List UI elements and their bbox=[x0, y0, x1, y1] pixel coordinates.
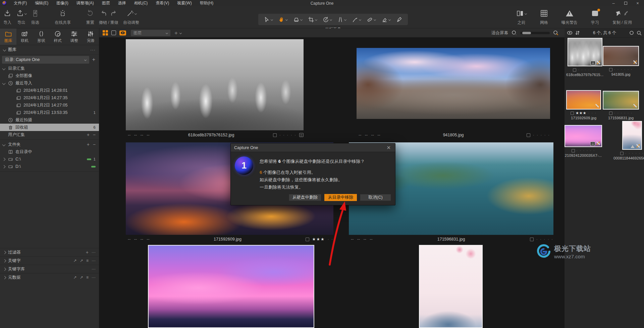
share-button[interactable]: 在线共享 bbox=[55, 8, 71, 25]
menu-view[interactable]: 查看(V) bbox=[152, 0, 173, 7]
menu-layer[interactable]: 图层 bbox=[98, 0, 114, 7]
menu-select[interactable]: 选择 bbox=[114, 0, 130, 7]
tree-item-import-session[interactable]: 2024年1月2日 13:53:35 1 bbox=[0, 109, 99, 116]
thumbnail-cell[interactable]: · · · · · · 2109241200035X7-... bbox=[565, 125, 602, 157]
minimize-button[interactable]: – bbox=[609, 1, 618, 6]
select-checkbox[interactable] bbox=[530, 238, 534, 241]
more-options-icon[interactable]: ··· bbox=[92, 258, 96, 263]
import-button[interactable]: 导入 bbox=[3, 8, 11, 25]
rating-stars[interactable]: ★★★ bbox=[576, 111, 587, 115]
grid-button[interactable]: 网格 bbox=[540, 8, 548, 25]
zoom-in-icon[interactable] bbox=[553, 30, 558, 36]
more-options-icon[interactable]: ··· bbox=[92, 275, 96, 280]
grid-photo-panorama[interactable] bbox=[357, 48, 550, 119]
add-collection-button[interactable]: + bbox=[87, 132, 90, 137]
select-checkbox[interactable] bbox=[609, 68, 612, 71]
thumb-harbor[interactable] bbox=[603, 91, 639, 110]
tab-adjust[interactable]: 调整 bbox=[66, 28, 83, 45]
remove-from-catalog-button[interactable]: 从目录中移除 bbox=[324, 194, 357, 201]
select-tool[interactable] bbox=[264, 16, 273, 23]
rating-dots[interactable]: · · · · · · bbox=[614, 68, 633, 71]
rating-dots[interactable]: · · · · · · bbox=[577, 149, 595, 152]
tree-item-user-collections[interactable]: 用户汇集 +− bbox=[0, 131, 99, 138]
thumb-tulips[interactable] bbox=[568, 38, 602, 66]
thumb-panorama[interactable] bbox=[603, 46, 639, 66]
pan-tool[interactable] bbox=[278, 16, 287, 23]
tree-item-trash[interactable]: 回收箱 6 bbox=[0, 124, 99, 131]
catalog-selector[interactable]: 目录: Capture One bbox=[2, 56, 89, 64]
cull-button[interactable]: 筛选 bbox=[31, 8, 39, 25]
maximize-button[interactable] bbox=[621, 1, 630, 6]
proof-eye-icon[interactable] bbox=[119, 30, 126, 36]
single-view-icon[interactable] bbox=[111, 30, 116, 35]
menu-help[interactable]: 帮助(H) bbox=[196, 0, 217, 7]
menu-file[interactable]: 文件(F) bbox=[10, 0, 31, 7]
more-options-icon[interactable]: ··· bbox=[92, 267, 96, 271]
grid-photo-tulips[interactable] bbox=[126, 39, 304, 130]
menu-camera[interactable]: 相机(C) bbox=[130, 0, 152, 7]
tree-item-all-images[interactable]: 全部图像 bbox=[0, 72, 99, 79]
thumb-blossom[interactable] bbox=[622, 121, 642, 150]
zoom-out-icon[interactable] bbox=[512, 30, 517, 36]
exposure-warning-button[interactable]: 曝光警告 bbox=[561, 8, 578, 25]
tab-capture[interactable]: 联机 bbox=[16, 28, 33, 45]
add-catalog-button[interactable]: + bbox=[91, 57, 96, 63]
more-options-icon[interactable]: ··· bbox=[92, 250, 96, 255]
rating-stars[interactable]: ★★★ bbox=[312, 237, 325, 242]
more-options-icon[interactable]: ··· bbox=[90, 47, 96, 52]
keywords-section[interactable]: 关键字 ↗↗≡··· bbox=[0, 256, 99, 265]
tree-item-import-session[interactable]: 2024年1月2日 14:27:35 bbox=[0, 94, 99, 102]
select-checkbox[interactable] bbox=[620, 152, 624, 155]
rating-dots[interactable]: · · · · · bbox=[279, 133, 297, 137]
rating-dots[interactable]: · · · · · · bbox=[614, 111, 633, 115]
copy-apply-button[interactable]: 复制 / 应用 bbox=[612, 8, 632, 25]
search-icon[interactable] bbox=[637, 30, 642, 36]
tree-item-drive-c[interactable]: C:\ 1 bbox=[0, 155, 99, 163]
remove-collection-button[interactable]: − bbox=[93, 132, 96, 137]
add-filter-button[interactable]: + bbox=[86, 250, 89, 255]
close-button[interactable]: × bbox=[633, 1, 642, 6]
metadata-section[interactable]: 元数据 ↗↗≡··· bbox=[0, 273, 99, 281]
annotations-icon[interactable] bbox=[299, 133, 304, 137]
apply-keywords-icon[interactable]: ↗ bbox=[80, 258, 83, 263]
presets-icon[interactable]: ≡ bbox=[86, 275, 89, 280]
apply-metadata-icon[interactable]: ↗ bbox=[80, 275, 83, 280]
rating-dots[interactable]: · · · · · · bbox=[578, 68, 597, 72]
thumbnail-cell[interactable]: · · · · · · 941805.jpg bbox=[603, 46, 639, 76]
brush-tool[interactable] bbox=[352, 16, 361, 23]
select-checkbox[interactable] bbox=[573, 68, 576, 72]
tree-item-recent-imports[interactable]: 最近导入 bbox=[0, 79, 99, 87]
thumb-pink-sky[interactable] bbox=[565, 125, 602, 147]
presets-icon[interactable]: ≡ bbox=[86, 258, 89, 263]
select-checkbox[interactable] bbox=[609, 112, 612, 115]
tab-library[interactable]: 图库 bbox=[0, 28, 16, 45]
tree-item-catalog-collections[interactable]: 目录汇集 bbox=[0, 65, 99, 72]
keyword-library-section[interactable]: 关键字库 ··· bbox=[0, 265, 99, 273]
tree-item-folders[interactable]: 文件夹 +− bbox=[0, 141, 99, 148]
tree-item-drive-d[interactable]: D:\ bbox=[0, 163, 99, 170]
dialog-close-icon[interactable]: ✕ bbox=[385, 145, 392, 150]
learn-button[interactable]: 学习 bbox=[591, 8, 599, 25]
thumb-city-night[interactable] bbox=[566, 90, 601, 110]
thumbnail-cell[interactable]: · · · · · · 0008118446926569... bbox=[613, 121, 644, 160]
tab-shapes[interactable]: 形状 bbox=[33, 28, 49, 45]
tab-styles[interactable]: 样式 bbox=[50, 28, 66, 45]
grid-photo-blossom[interactable] bbox=[419, 245, 483, 328]
rating-dots[interactable]: · · · · · · bbox=[625, 151, 644, 155]
zoom-fit-label[interactable]: 适合屏幕 bbox=[491, 30, 508, 36]
copy-keywords-icon[interactable]: ↗ bbox=[73, 258, 77, 263]
tree-item-import-session[interactable]: 2024年1月2日 14:28:01 bbox=[0, 87, 99, 94]
copy-metadata-icon[interactable]: ↗ bbox=[73, 275, 77, 280]
tree-item-import-session[interactable]: 2024年1月2日 14:27:05 bbox=[0, 102, 99, 109]
select-checkbox[interactable] bbox=[273, 133, 277, 137]
rating-dots[interactable]: · · bbox=[328, 237, 333, 242]
menu-adjustments[interactable]: 调整项(A) bbox=[73, 0, 98, 7]
select-checkbox[interactable] bbox=[571, 112, 574, 115]
layers-dropdown[interactable]: 图层 bbox=[131, 30, 170, 36]
select-checkbox[interactable] bbox=[572, 149, 575, 152]
select-checkbox[interactable] bbox=[527, 133, 530, 137]
menu-edit[interactable]: 编辑(E) bbox=[31, 0, 52, 7]
reset-button[interactable]: 重置 bbox=[86, 8, 94, 25]
draw-tool[interactable] bbox=[396, 16, 402, 23]
before-after-button[interactable]: 之前 bbox=[516, 8, 527, 25]
